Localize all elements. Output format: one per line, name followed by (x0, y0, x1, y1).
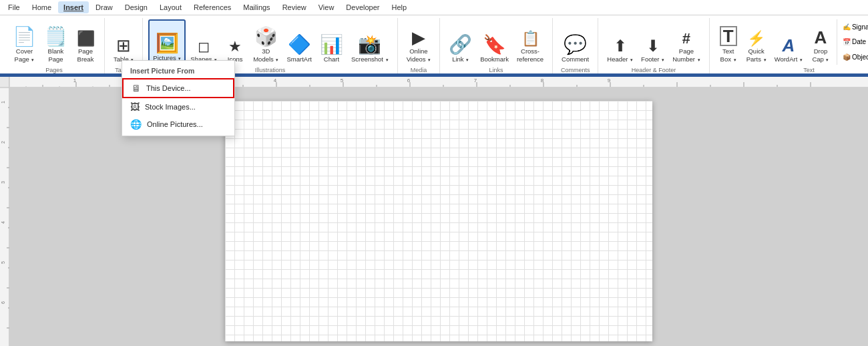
menu-draw[interactable]: Draw (90, 1, 118, 13)
header-button[interactable]: ⬆ Header ▾ (604, 19, 636, 65)
smartart-icon: 🔷 (288, 35, 311, 54)
comment-button[interactable]: 💬 Comment (558, 19, 592, 65)
blank-page-button[interactable]: 🗒️ BlankPage (41, 19, 71, 65)
stock-images-item[interactable]: 🖼 Stock Images... (122, 98, 234, 116)
bookmark-icon: 🔖 (483, 35, 506, 54)
text-box-label: TextBox ▾ (720, 47, 736, 63)
chart-icon: 📊 (320, 35, 343, 54)
header-icon: ⬆ (614, 38, 627, 54)
svg-text:1: 1 (73, 77, 77, 83)
date-time-icon: 📅 (843, 38, 851, 45)
svg-text:3: 3 (1, 181, 5, 184)
wordart-label: WordArt ▾ (775, 55, 803, 63)
ruler-corner (0, 77, 9, 88)
svg-text:5: 5 (1, 261, 5, 264)
document-page (225, 101, 652, 341)
screenshot-icon: 📸 (358, 35, 381, 54)
table-button[interactable]: ⊞ Table ▾ (110, 19, 137, 65)
icons-icon: ★ (228, 39, 242, 54)
signature-line-label: Signature Line ▾ (852, 23, 868, 31)
blank-page-label: BlankPage (48, 47, 64, 63)
footer-button[interactable]: ⬇ Footer ▾ (638, 19, 668, 65)
smartart-button[interactable]: 🔷 SmartArt (283, 19, 314, 65)
cover-page-button[interactable]: 📄 CoverPage ▾ (9, 19, 39, 65)
drop-cap-icon: A (815, 29, 827, 46)
online-videos-icon: ▶ (412, 29, 425, 46)
3d-models-label: 3DModels ▾ (253, 47, 278, 63)
signature-line-button[interactable]: ✍ Signature Line ▾ (840, 23, 868, 31)
text-box-button[interactable]: T TextBox ▾ (715, 19, 742, 65)
shapes-icon: ◻ (198, 39, 210, 54)
dropdown-title: Insert Picture From (122, 63, 234, 78)
svg-text:7: 7 (474, 77, 477, 83)
page-break-icon: ⬛ (77, 31, 95, 46)
footer-icon: ⬇ (646, 38, 660, 54)
this-device-item[interactable]: 🖥 This Device... (122, 78, 234, 98)
link-button[interactable]: 🔗 Link ▾ (445, 19, 475, 65)
menu-home[interactable]: Home (27, 1, 57, 13)
signature-line-icon: ✍ (843, 23, 851, 31)
object-button[interactable]: 📦 Object ▾ (840, 53, 868, 61)
page-break-label: PageBreak (77, 47, 94, 63)
svg-text:1: 1 (1, 101, 5, 104)
date-time-button[interactable]: 📅 Date & Time (840, 37, 868, 46)
this-device-icon: 🖥 (132, 83, 141, 94)
menu-file[interactable]: File (3, 1, 25, 13)
menu-references[interactable]: References (188, 1, 236, 13)
ribbon-group-header-footer: ⬆ Header ▾ ⬇ Footer ▾ # PageNumber ▾ Hea… (598, 18, 709, 75)
cover-page-icon: 📄 (13, 27, 36, 46)
ribbon-group-comments: 💬 Comment Comments (553, 18, 598, 75)
page-number-button[interactable]: # PageNumber ▾ (669, 19, 703, 65)
menu-mailings[interactable]: Mailings (238, 1, 275, 13)
chart-label: Chart (324, 55, 339, 63)
quick-parts-button[interactable]: ⚡ QuickParts ▾ (743, 19, 770, 65)
wordart-button[interactable]: A WordArt ▾ (771, 19, 806, 65)
cross-reference-label: Cross-reference (517, 47, 544, 63)
menu-design[interactable]: Design (120, 1, 153, 13)
wordart-icon: A (782, 37, 795, 54)
online-pictures-item[interactable]: 🌐 Online Pictures... (122, 116, 234, 133)
menu-view[interactable]: View (313, 1, 340, 13)
blank-page-icon: 🗒️ (44, 27, 67, 46)
smartart-label: SmartArt (286, 55, 311, 63)
this-device-label: This Device... (146, 84, 191, 92)
svg-text:9: 9 (608, 77, 611, 83)
svg-text:4: 4 (274, 77, 277, 83)
pictures-button[interactable]: 🖼️ Pictures ▾ (148, 19, 186, 65)
icons-button[interactable]: ★ Icons (222, 19, 248, 65)
page-break-button[interactable]: ⬛ PageBreak (72, 19, 99, 65)
comment-label: Comment (562, 55, 589, 63)
screenshot-button[interactable]: 📸 Screenshot ▾ (348, 19, 392, 65)
online-videos-button[interactable]: ▶ OnlineVideos ▾ (403, 19, 435, 65)
object-label: Object ▾ (852, 53, 868, 61)
screenshot-label: Screenshot ▾ (351, 55, 389, 63)
ribbon-group-links: 🔗 Link ▾ 🔖 Bookmark 📋 Cross-reference Li… (440, 18, 553, 75)
page-number-icon: # (682, 31, 690, 46)
cover-page-label: CoverPage ▾ (15, 47, 35, 63)
drop-cap-button[interactable]: A DropCap ▾ (807, 19, 834, 65)
date-time-label: Date & Time (852, 38, 868, 45)
menu-layout[interactable]: Layout (154, 1, 187, 13)
quick-parts-label: QuickParts ▾ (746, 47, 767, 63)
menu-bar: File Home Insert Draw Design Layout Refe… (0, 0, 868, 15)
header-label: Header ▾ (607, 55, 633, 63)
3d-models-button[interactable]: 🎲 3DModels ▾ (250, 19, 282, 65)
menu-developer[interactable]: Developer (341, 1, 385, 13)
online-videos-label: OnlineVideos ▾ (407, 47, 431, 63)
menu-insert[interactable]: Insert (58, 1, 89, 13)
svg-text:6: 6 (407, 77, 411, 83)
shapes-button[interactable]: ◻ Shapes ▾ (187, 19, 220, 65)
cross-reference-icon: 📋 (521, 31, 539, 46)
cross-reference-button[interactable]: 📋 Cross-reference (513, 19, 547, 65)
page-number-label: PageNumber ▾ (672, 47, 700, 63)
quick-parts-icon: ⚡ (747, 31, 765, 46)
comment-icon: 💬 (564, 35, 587, 54)
menu-review[interactable]: Review (277, 1, 312, 13)
3d-models-icon: 🎲 (254, 27, 278, 46)
bookmark-label: Bookmark (480, 55, 509, 63)
menu-help[interactable]: Help (387, 1, 413, 13)
ribbon-group-pages: 📄 CoverPage ▾ 🗒️ BlankPage ⬛ PageBreak P… (4, 18, 105, 75)
chart-button[interactable]: 📊 Chart (316, 19, 347, 65)
svg-text:5: 5 (341, 77, 344, 83)
bookmark-button[interactable]: 🔖 Bookmark (477, 19, 512, 65)
